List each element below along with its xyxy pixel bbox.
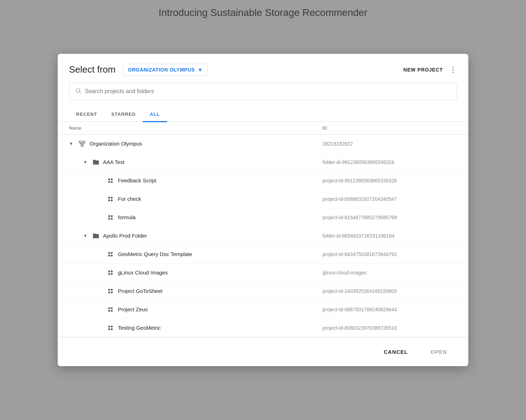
row-name: For check [118, 196, 141, 202]
dialog-header: Select from ORGANIZATION OLYMPUS ▼ NEW P… [58, 54, 468, 83]
col-name-header: Name [69, 125, 322, 131]
svg-point-31 [108, 291, 110, 294]
row-name: Feedback Script [118, 177, 156, 183]
cancel-button[interactable]: CANCEL [374, 345, 418, 359]
svg-point-22 [111, 252, 113, 254]
svg-point-10 [111, 178, 113, 180]
project-icon [107, 250, 114, 258]
tab-recent[interactable]: RECENT [69, 107, 104, 122]
table-row[interactable]: formula project-id-6154877885279685799 [58, 208, 468, 227]
search-input-wrap [69, 83, 457, 100]
row-id-cell: project-id-8434750381873844792 [322, 251, 457, 257]
svg-point-23 [108, 255, 110, 257]
svg-point-21 [108, 252, 110, 254]
svg-point-39 [108, 328, 110, 330]
table-body: ▼ Organization Olympus 28218182822 ▼ AAA… [58, 135, 468, 337]
svg-point-40 [111, 328, 113, 330]
more-options-button[interactable]: ⋮ [449, 66, 457, 74]
row-name: gLinux Cloud Images [118, 269, 168, 276]
table-row[interactable]: gLinux Cloud Images glinux-cloud-images [58, 263, 468, 282]
svg-point-14 [111, 197, 113, 199]
row-id-cell: project-id-9912380563865336326 [322, 178, 457, 183]
tab-all[interactable]: ALL [143, 107, 167, 122]
svg-rect-4 [81, 144, 84, 146]
svg-point-25 [108, 270, 110, 272]
svg-point-19 [108, 218, 110, 220]
svg-point-15 [108, 199, 110, 202]
project-icon [107, 214, 114, 221]
row-name-cell: gLinux Cloud Images [69, 269, 322, 277]
project-icon [107, 177, 114, 185]
svg-point-34 [111, 307, 113, 309]
chevron-down-icon: ▼ [198, 67, 202, 73]
row-name: Testing GeoMetric [118, 325, 161, 331]
project-icon [107, 269, 114, 277]
svg-point-35 [108, 310, 110, 312]
table-row[interactable]: Feedback Script project-id-9912380563865… [58, 171, 468, 190]
dialog-title: Select from [69, 64, 116, 75]
row-name: Project GoToSheet [118, 288, 162, 294]
folder-icon [92, 232, 99, 239]
row-name-cell: formula [69, 214, 322, 221]
svg-point-28 [111, 273, 113, 275]
expand-arrow-icon: ▼ [83, 233, 87, 238]
svg-line-1 [79, 92, 81, 93]
open-button[interactable]: OPEN [421, 345, 457, 359]
svg-point-12 [111, 181, 113, 183]
row-name: GeoMetric Query Doc Template [118, 251, 192, 257]
row-name-cell: Project Zeus [69, 306, 322, 313]
tab-starred[interactable]: STARRED [104, 107, 143, 122]
folder-icon [92, 159, 99, 166]
col-id-header: ID [322, 125, 457, 131]
row-id-cell: project-id-0088632927204340547 [322, 196, 457, 202]
org-selector[interactable]: ORGANIZATION OLYMPUS ▼ [123, 64, 208, 76]
row-id-cell: 28218182822 [322, 141, 457, 147]
svg-point-36 [111, 310, 113, 312]
svg-point-20 [111, 218, 113, 220]
row-id-cell: folder-id-991238056386533​6326 [322, 159, 457, 165]
svg-point-38 [111, 325, 113, 328]
svg-point-13 [108, 197, 110, 199]
svg-point-16 [111, 199, 113, 202]
table-header: Name ID [58, 122, 468, 135]
org-selector-label: ORGANIZATION OLYMPUS [128, 67, 195, 73]
row-id-cell: project-id-0867501768240829644 [322, 307, 457, 312]
row-id-cell: project-id-8080323970388726510 [322, 325, 457, 331]
search-input[interactable] [85, 88, 451, 95]
row-name: Apollo Prod Folder [103, 233, 147, 239]
search-icon [75, 87, 81, 96]
select-project-dialog: Select from ORGANIZATION OLYMPUS ▼ NEW P… [58, 54, 468, 367]
svg-point-26 [111, 270, 113, 272]
row-name-cell: Testing GeoMetric [69, 324, 322, 332]
row-id-cell: project-id-6154877885279685799 [322, 215, 457, 220]
project-icon [107, 287, 114, 295]
table-row[interactable]: Testing GeoMetric project-id-80803239703… [58, 319, 468, 337]
table-row[interactable]: ▼ Apollo Prod Folder folder-id-885481972… [58, 227, 468, 245]
org-icon [78, 140, 86, 148]
row-name-cell: For check [69, 195, 322, 203]
row-id-cell: glinux-cloud-images [322, 270, 457, 276]
svg-point-24 [111, 255, 113, 257]
project-icon [107, 195, 114, 203]
table-row[interactable]: GeoMetric Query Doc Template project-id-… [58, 245, 468, 263]
svg-point-30 [111, 289, 113, 291]
row-name-cell: Feedback Script [69, 177, 322, 185]
svg-point-33 [108, 307, 110, 309]
table-row[interactable]: ▼ Organization Olympus 28218182822 [58, 135, 468, 153]
row-id-cell: project-id-2403825364168150600 [322, 288, 457, 294]
project-icon [107, 324, 114, 332]
expand-arrow-icon: ▼ [69, 141, 73, 146]
row-name: formula [118, 214, 136, 220]
row-name: Project Zeus [118, 306, 148, 312]
svg-rect-2 [79, 141, 82, 143]
table-row[interactable]: For check project-id-0088632927204340547 [58, 190, 468, 208]
svg-point-32 [111, 291, 113, 294]
tabs-bar: RECENT STARRED ALL [58, 107, 468, 122]
row-name-cell: Project GoToSheet [69, 287, 322, 295]
row-name-cell: ▼ Apollo Prod Folder [69, 232, 322, 239]
table-row[interactable]: Project Zeus project-id-0867501768240829… [58, 300, 468, 319]
row-id-cell: folder-id-8854819726291196194 [322, 233, 457, 239]
table-row[interactable]: Project GoToSheet project-id-24038253641… [58, 282, 468, 300]
new-project-button[interactable]: NEW PROJECT [404, 67, 443, 73]
table-row[interactable]: ▼ AAA Test folder-id-991238056386533​632… [58, 153, 468, 171]
